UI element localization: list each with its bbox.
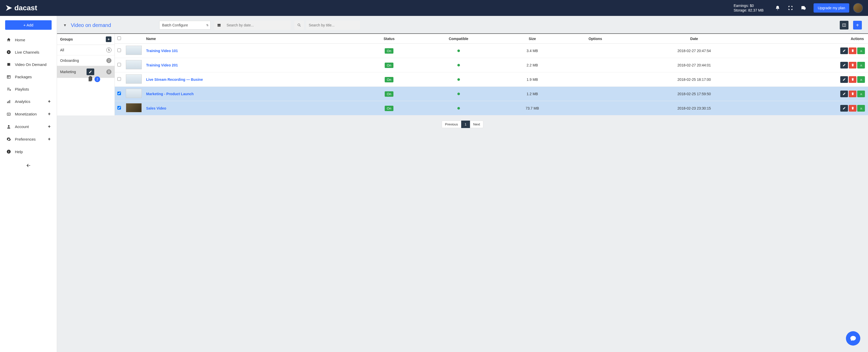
collapse-sidebar-icon[interactable] [0,158,57,174]
video-name-link[interactable]: Training Video 101 [146,49,178,53]
delete-button[interactable] [849,105,857,112]
fullscreen-icon[interactable] [785,3,796,13]
download-button[interactable] [857,62,865,69]
film-icon [6,62,11,67]
nav-label: Playlists [15,87,29,91]
nav-packages[interactable]: Packages [0,71,57,83]
upgrade-button[interactable]: Upgrade my plan [813,3,849,12]
nav-help[interactable]: i Help [0,145,57,158]
date-text: 2018-02-25 18:17:00 [627,72,762,87]
download-button[interactable] [857,76,865,83]
nav-preferences[interactable]: Preferences + [0,133,57,145]
video-name-link[interactable]: Training Video 201 [146,63,178,67]
pagination-prev[interactable]: Previous [442,120,462,128]
files-icon [88,76,94,82]
nav-live-channels[interactable]: Live Channels [0,46,57,58]
nav-label: Account [15,125,29,129]
svg-rect-19 [218,24,221,25]
col-options: Options [564,34,627,44]
size-text: 2.2 MB [501,58,564,72]
download-button[interactable] [857,105,865,112]
add-button[interactable]: + Add [5,20,52,30]
brand-logo[interactable]: dacast [5,4,37,12]
chat-icon[interactable] [798,3,808,13]
plus-icon: + [48,124,51,129]
date-search-input[interactable] [224,21,291,30]
group-item-all[interactable]: All 5 [57,45,115,56]
compatible-indicator [457,93,460,95]
video-name-link[interactable]: Live Stream Recording — Busine [146,77,203,81]
group-item-onboarding[interactable]: Onboarding 2 [57,56,115,66]
edit-button[interactable] [840,105,848,112]
nav-label: Preferences [15,137,36,141]
columns-toggle-button[interactable] [840,21,848,30]
playlist-icon [6,86,11,92]
row-checkbox[interactable] [117,106,121,110]
edit-button[interactable] [840,91,848,97]
home-icon [6,37,11,42]
package-icon [6,74,11,79]
group-label: All [60,48,64,52]
group-item-marketing[interactable]: Marketing 0 2 [57,66,115,78]
pagination-next[interactable]: Next [470,120,484,128]
compatible-indicator [457,78,460,81]
title-search-input[interactable] [306,21,360,30]
nav-account[interactable]: Account + [0,120,57,133]
nav-playlists[interactable]: Playlists [0,83,57,95]
col-size: Size [501,34,564,44]
group-label: Onboarding [60,59,79,63]
edit-button[interactable] [840,62,848,69]
col-name: Name [144,34,362,44]
svg-line-21 [300,26,301,27]
row-checkbox[interactable] [117,63,121,66]
nav-label: Video On Demand [15,62,46,67]
video-thumbnail[interactable] [126,46,142,55]
svg-rect-4 [7,76,10,78]
nav-home[interactable]: Home [0,34,57,46]
download-button[interactable] [857,47,865,54]
nav-analytics[interactable]: Analytics + [0,95,57,108]
video-thumbnail[interactable] [126,89,142,98]
search-by-date [214,21,291,30]
col-status: Status [362,34,416,44]
video-thumbnail[interactable] [126,103,142,112]
row-checkbox[interactable] [117,48,121,52]
delete-button[interactable] [849,91,857,97]
pagination-page[interactable]: 1 [461,120,470,128]
avatar[interactable] [853,3,863,13]
edit-button[interactable] [840,76,848,83]
delete-button[interactable] [849,47,857,54]
col-compatible: Compatible [416,34,501,44]
drag-count: 2 [94,76,100,82]
row-checkbox[interactable] [117,92,121,95]
add-video-button[interactable]: + [853,21,862,30]
batch-configure-select[interactable]: Batch Configure [159,21,211,30]
plus-icon: + [48,137,51,142]
nav-label: Packages [15,75,32,79]
nav-label: Monetization [15,112,37,116]
video-name-link[interactable]: Sales Video [146,106,166,110]
chat-fab[interactable] [846,331,860,346]
col-actions: Actions [761,34,868,44]
edit-group-button[interactable] [87,69,94,75]
notifications-icon[interactable] [772,3,783,13]
delete-button[interactable] [849,62,857,69]
video-thumbnail[interactable] [126,74,142,84]
svg-point-15 [8,125,9,127]
options-cell [564,101,627,115]
calendar-icon [214,23,224,27]
table-row: Marketing - Product Launch On 1.2 MB 201… [115,87,868,101]
delete-button[interactable] [849,76,857,83]
select-all-checkbox[interactable] [117,36,121,40]
edit-button[interactable] [840,47,848,54]
video-name-link[interactable]: Marketing - Product Launch [146,92,194,96]
download-button[interactable] [857,91,865,97]
page-title[interactable]: ▼ Video on demand [63,22,111,28]
row-checkbox[interactable] [117,77,121,81]
video-thumbnail[interactable] [126,60,142,69]
date-text: 2018-02-23 23:30:15 [627,101,762,115]
add-group-button[interactable]: + [106,36,112,42]
status-badge: On [385,106,393,111]
nav-vod[interactable]: Video On Demand [0,58,57,71]
nav-monetization[interactable]: $ Monetization + [0,108,57,120]
